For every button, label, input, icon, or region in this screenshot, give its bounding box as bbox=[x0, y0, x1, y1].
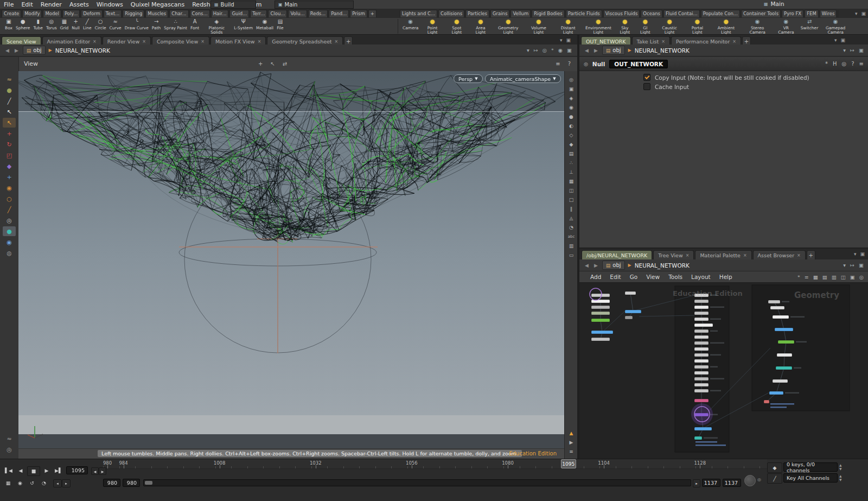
step-back-button[interactable]: ◀ bbox=[15, 466, 26, 475]
menu-assets[interactable]: Assets bbox=[66, 1, 93, 8]
network-node[interactable] bbox=[591, 294, 610, 297]
close-tab-icon[interactable]: × bbox=[201, 39, 205, 44]
network-node[interactable] bbox=[694, 427, 712, 430]
current-frame-handle[interactable]: 1095 bbox=[561, 459, 576, 468]
shelf-tool-distant-light[interactable]: ●Distant Light bbox=[553, 18, 583, 35]
range-slider[interactable] bbox=[143, 479, 691, 486]
node-name-field[interactable]: OUT_NETWORK bbox=[609, 60, 668, 68]
network-node[interactable] bbox=[773, 379, 788, 383]
path-dropdown-icon[interactable]: ▾ bbox=[843, 262, 846, 268]
network-node[interactable] bbox=[773, 315, 789, 319]
network-node[interactable] bbox=[591, 312, 610, 315]
spinner-down-icon[interactable]: ▼ bbox=[839, 478, 842, 481]
shelf-tab-particles[interactable]: Particles bbox=[465, 10, 489, 17]
shelf-tool-torus[interactable]: ◎Torus bbox=[44, 18, 59, 30]
clip-planes-icon[interactable]: ∥ bbox=[566, 205, 577, 213]
shelf-tab-populate-con[interactable]: Populate Con... bbox=[701, 10, 740, 17]
shelf-tool-ambient-light[interactable]: ●Ambient Light bbox=[711, 18, 742, 35]
network-menu-help[interactable]: Help bbox=[715, 274, 737, 280]
shelf-tab-model[interactable]: Model bbox=[43, 10, 61, 17]
model-tool-icon[interactable]: ● bbox=[3, 226, 16, 236]
shelf-tab-crowds[interactable]: Crowds bbox=[838, 10, 838, 17]
gear-icon[interactable]: * bbox=[825, 61, 828, 67]
close-tab-icon[interactable]: × bbox=[797, 253, 801, 258]
shelf-tab-volu[interactable]: Volu... bbox=[288, 10, 307, 17]
shelf-tab-container-tools[interactable]: Container Tools bbox=[741, 10, 781, 17]
layout-swap-icon[interactable]: ⇄ bbox=[283, 61, 287, 67]
shelf-tab-char[interactable]: Char... bbox=[169, 10, 188, 17]
network-node[interactable] bbox=[625, 310, 641, 313]
take-snapshot-icon[interactable]: ≈ bbox=[3, 434, 16, 443]
key-all-channels-button[interactable]: Key All Channels bbox=[783, 473, 838, 483]
dopesheet-toggle[interactable]: ▦ bbox=[3, 479, 13, 487]
range-slide-left-button[interactable]: ◂ bbox=[53, 479, 62, 487]
close-tab-icon[interactable]: × bbox=[335, 39, 339, 44]
render-region-icon[interactable]: ▭ bbox=[566, 251, 577, 259]
network-node[interactable] bbox=[770, 306, 784, 309]
sculpt-tool-icon[interactable]: ● bbox=[3, 85, 16, 95]
network-node[interactable] bbox=[694, 436, 702, 440]
tools-icon[interactable]: * bbox=[797, 274, 800, 280]
display-settings-icon[interactable]: ≡ bbox=[556, 61, 560, 67]
shelf-tool-tube[interactable]: ▮Tube bbox=[31, 18, 44, 30]
shelf-tool-sky-light[interactable]: ●Sky Light bbox=[614, 18, 636, 35]
auto-key-button[interactable]: ◆ bbox=[767, 462, 782, 473]
handles-tool-icon[interactable]: + bbox=[3, 172, 16, 182]
view-tool-icon[interactable]: ◉ bbox=[3, 237, 16, 247]
shelf-tab-oceans[interactable]: Oceans bbox=[641, 10, 662, 17]
network-node[interactable] bbox=[591, 331, 613, 334]
network-node[interactable] bbox=[591, 306, 610, 309]
grid-large-icon[interactable]: ▥ bbox=[832, 274, 837, 280]
pane-split-icon[interactable]: ▣ bbox=[860, 251, 865, 257]
shelf-tab-create[interactable]: Create bbox=[2, 10, 21, 17]
flipbook-icon[interactable]: ▶ bbox=[566, 438, 577, 446]
mirror-display-icon[interactable]: ◬ bbox=[566, 214, 577, 222]
network-menu-go[interactable]: Go bbox=[626, 274, 642, 280]
network-node[interactable] bbox=[694, 359, 709, 363]
shelf-tab-modify[interactable]: Modify bbox=[22, 10, 42, 17]
pin-icon[interactable]: ↦ bbox=[850, 47, 854, 53]
scene-selector[interactable]: ▣ Main bbox=[275, 1, 354, 9]
close-tab-icon[interactable]: × bbox=[93, 39, 97, 44]
shelf-tool-camera[interactable]: ◉Camera bbox=[401, 18, 420, 30]
network-node[interactable] bbox=[768, 300, 780, 303]
snap-display-icon[interactable]: ◫ bbox=[566, 186, 577, 194]
network-backdrop[interactable] bbox=[752, 285, 850, 411]
network-node[interactable] bbox=[694, 347, 709, 351]
network-tab-obj-neural-network[interactable]: /obj/NEURAL_NETWORK bbox=[582, 250, 652, 259]
network-menu-tools[interactable]: Tools bbox=[664, 274, 687, 280]
close-tab-icon[interactable]: × bbox=[732, 39, 736, 44]
search-icon[interactable]: ◎ bbox=[859, 274, 864, 280]
pane-menu-icon[interactable]: ▾ bbox=[854, 251, 857, 257]
target-icon[interactable]: ◉ bbox=[558, 47, 563, 53]
shelf-tab-grains[interactable]: Grains bbox=[490, 10, 509, 17]
copy-input-checkbox[interactable] bbox=[643, 74, 650, 81]
thumbnails-icon[interactable]: ◫ bbox=[841, 274, 846, 280]
network-node[interactable] bbox=[694, 399, 709, 402]
shelf-tool-area-light[interactable]: ●Area Light bbox=[469, 18, 493, 35]
network-node[interactable] bbox=[778, 340, 794, 344]
shelf-tab-hair[interactable]: Hair... bbox=[211, 10, 229, 17]
notes-icon[interactable]: ▣ bbox=[850, 274, 855, 280]
shade-mode-icon[interactable]: ◐ bbox=[566, 122, 577, 130]
main-desktop-indicator[interactable]: ▦ Main bbox=[764, 1, 784, 7]
curve-pencil-tool-icon[interactable]: ╱ bbox=[3, 96, 16, 106]
display-options-icon[interactable]: ▤ bbox=[566, 149, 577, 157]
network-node[interactable] bbox=[625, 316, 633, 319]
close-tab-icon[interactable]: × bbox=[661, 39, 665, 44]
range-slide-right-button[interactable]: ▸ bbox=[62, 479, 71, 487]
projection-selector[interactable]: Persp▼ bbox=[454, 74, 483, 83]
history-back-icon[interactable]: ◀ bbox=[4, 48, 10, 53]
shelf-tool-circle[interactable]: ○Circle bbox=[93, 18, 108, 30]
grid-small-icon[interactable]: ▦ bbox=[813, 274, 818, 280]
help-icon[interactable]: ? bbox=[851, 61, 854, 67]
network-node[interactable] bbox=[777, 353, 792, 357]
path-root-chip[interactable]: ▤obj bbox=[23, 46, 46, 55]
shelf-tool-switcher[interactable]: ⇄Switcher bbox=[799, 18, 820, 30]
render-flag-tool-icon[interactable]: ◍ bbox=[3, 248, 16, 258]
network-node[interactable] bbox=[764, 400, 769, 403]
pan-view-icon[interactable]: ▣ bbox=[566, 85, 577, 93]
wireframe-icon[interactable]: ◇ bbox=[566, 131, 577, 139]
network-node[interactable] bbox=[694, 324, 713, 327]
joint-tool-icon[interactable]: ◉ bbox=[3, 183, 16, 193]
